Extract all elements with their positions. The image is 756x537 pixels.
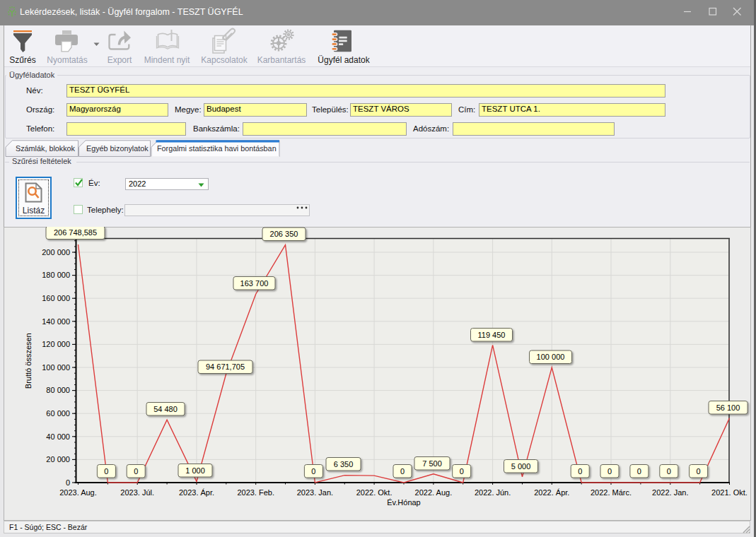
svg-text:0: 0 [400,467,405,476]
svg-text:6 350: 6 350 [334,460,354,468]
svg-text:2022. Márc.: 2022. Márc. [591,488,632,497]
svg-text:20 000: 20 000 [46,455,70,464]
svg-text:100 000: 100 000 [42,363,70,372]
svg-text:206 748,585: 206 748,585 [54,228,97,237]
svg-text:2022. Jan.: 2022. Jan. [652,488,688,497]
svg-text:1 000: 1 000 [185,466,205,475]
svg-text:2023. Feb.: 2023. Feb. [237,488,274,497]
svg-text:94 671,705: 94 671,705 [206,362,245,371]
svg-text:0: 0 [607,467,612,476]
svg-text:2023. Aug.: 2023. Aug. [59,488,97,497]
svg-text:100 000: 100 000 [537,353,565,361]
svg-text:2022. Aug.: 2022. Aug. [415,488,453,497]
svg-text:0: 0 [460,467,464,476]
svg-text:2023. Jan.: 2023. Jan. [297,488,333,497]
svg-text:0: 0 [578,467,582,476]
svg-text:206 350: 206 350 [270,230,298,238]
svg-text:2022. Ápr.: 2022. Ápr. [534,488,569,497]
svg-text:0: 0 [66,478,70,487]
svg-text:119 450: 119 450 [478,331,506,339]
svg-text:80 000: 80 000 [46,386,70,394]
svg-text:160 000: 160 000 [42,294,70,302]
svg-text:200 000: 200 000 [42,248,70,256]
svg-text:120 000: 120 000 [42,340,70,348]
svg-text:0: 0 [697,467,701,476]
svg-text:2022. Okt.: 2022. Okt. [356,488,392,497]
svg-text:60 000: 60 000 [46,409,70,418]
svg-text:180 000: 180 000 [42,271,70,279]
svg-text:2023. Júl.: 2023. Júl. [120,488,154,497]
svg-text:56 100: 56 100 [716,403,740,412]
svg-text:140 000: 140 000 [42,317,70,326]
svg-text:0: 0 [134,467,138,476]
svg-text:2023. Ápr.: 2023. Ápr. [179,488,214,497]
svg-text:0: 0 [667,467,671,476]
svg-text:40 000: 40 000 [46,432,70,441]
svg-text:0: 0 [637,467,641,476]
svg-text:0: 0 [311,467,315,476]
svg-text:54 480: 54 480 [153,405,178,413]
svg-text:163 700: 163 700 [240,279,269,288]
svg-text:5 000: 5 000 [511,462,531,471]
svg-text:2021. Okt.: 2021. Okt. [711,488,748,497]
svg-text:0: 0 [104,467,108,476]
svg-text:7 500: 7 500 [422,459,442,468]
svg-text:Év.Hónap: Év.Hónap [387,498,421,507]
svg-text:2022. Jún.: 2022. Jún. [475,488,511,497]
svg-text:Bruttó összesen: Bruttó összesen [24,333,33,389]
